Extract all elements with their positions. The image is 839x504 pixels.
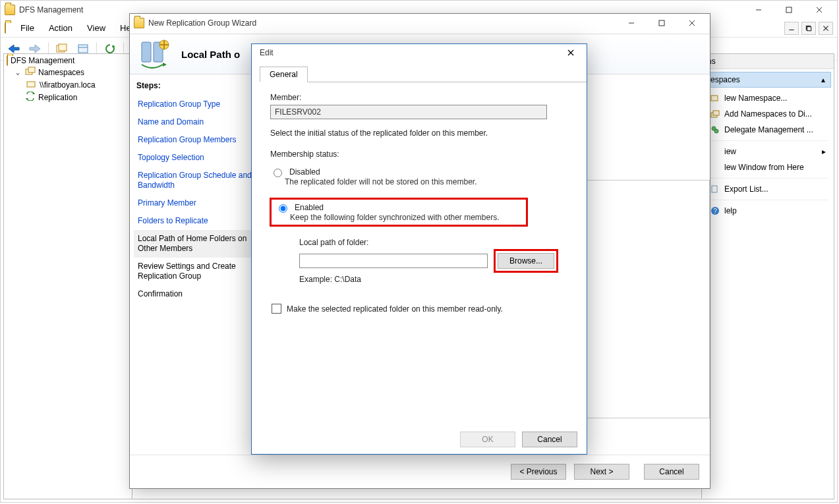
radio-disabled-block: Disabled The replicated folder will not … xyxy=(270,167,571,186)
wizard-header-icon xyxy=(138,38,172,70)
tree-namespaces[interactable]: ⌄ Namespaces xyxy=(5,66,130,78)
action-add-namespaces-label: Add Namespaces to Di... xyxy=(724,109,812,119)
action-view-label: iew xyxy=(724,147,736,156)
wizard-steps-list: Steps: Replication Group Type Name and D… xyxy=(130,74,261,453)
edit-close-button[interactable] xyxy=(558,43,584,62)
export-icon xyxy=(710,184,720,194)
step-topology-selection[interactable]: Topology Selection xyxy=(134,149,256,167)
actions-pane: ns espaces ▴ lew Namespace... Add Namesp… xyxy=(701,53,834,499)
replication-icon xyxy=(25,92,36,103)
action-new-window-label: lew Window from Here xyxy=(724,163,804,172)
tree-root-label: DFS Management xyxy=(11,56,74,65)
radio-enabled[interactable] xyxy=(279,204,287,213)
menu-action[interactable]: Action xyxy=(42,20,79,36)
wizard-footer: < Previous Next > Cancel xyxy=(130,455,710,488)
readonly-checkbox[interactable] xyxy=(272,304,281,314)
edit-dialog: Edit General Member: Select the initial … xyxy=(251,43,587,455)
action-help[interactable]: ? lelp xyxy=(702,203,834,219)
radio-enabled-block: Enabled Keep the following folder synchr… xyxy=(270,198,527,226)
action-delegate[interactable]: Delegate Management ... xyxy=(702,122,834,138)
step-primary-member[interactable]: Primary Member xyxy=(134,194,256,212)
local-path-label: Local path of folder: xyxy=(299,238,571,247)
wizard-title: New Replication Group Wizard xyxy=(148,18,256,28)
wizard-close-button[interactable] xyxy=(677,14,707,32)
svg-marker-10 xyxy=(30,45,40,53)
instruction-text: Select the initial status of the replica… xyxy=(270,128,571,138)
actions-pane-header: ns xyxy=(702,54,834,69)
edit-titlebar[interactable]: Edit xyxy=(252,44,587,61)
svg-rect-6 xyxy=(807,26,811,30)
browse-button[interactable]: Browse... xyxy=(498,253,554,269)
action-view[interactable]: iew ▸ xyxy=(702,144,834,159)
cancel-button[interactable]: Cancel xyxy=(644,464,699,480)
edit-cancel-button[interactable]: Cancel xyxy=(522,432,577,447)
close-button[interactable] xyxy=(804,1,834,19)
tree-namespace-item[interactable]: \\firatboyan.loca xyxy=(5,78,130,91)
step-schedule-bandwidth[interactable]: Replication Group Schedule and Bandwidth xyxy=(134,167,256,194)
previous-button[interactable]: < Previous xyxy=(511,464,566,480)
tab-general[interactable]: General xyxy=(260,67,308,82)
folder-icon xyxy=(5,5,15,15)
folder-icon xyxy=(7,56,8,65)
readonly-checkbox-row[interactable]: Make the selected replicated folder on t… xyxy=(272,304,571,314)
membership-status-label: Membership status: xyxy=(270,150,571,159)
svg-rect-25 xyxy=(713,111,719,115)
dialog-tabs: General xyxy=(260,67,587,82)
example-text: Example: C:\Data xyxy=(299,275,571,284)
svg-rect-20 xyxy=(27,82,35,87)
menu-view[interactable]: View xyxy=(80,20,112,36)
next-button[interactable]: Next > xyxy=(574,464,629,480)
tree-replication[interactable]: Replication xyxy=(5,91,130,103)
svg-text:?: ? xyxy=(713,208,717,215)
step-replication-group-type[interactable]: Replication Group Type xyxy=(134,96,256,113)
folder-icon xyxy=(5,23,6,33)
mdi-close-button[interactable] xyxy=(819,22,833,35)
local-path-input[interactable] xyxy=(299,254,488,268)
step-review-settings[interactable]: Review Settings and Create Replication G… xyxy=(134,258,256,285)
radio-disabled[interactable] xyxy=(274,169,282,177)
svg-marker-15 xyxy=(112,45,115,47)
radio-disabled-desc: The replicated folder will not be stored… xyxy=(285,177,571,186)
action-new-namespace[interactable]: lew Namespace... xyxy=(702,90,834,106)
chevron-right-icon: ▸ xyxy=(822,147,826,156)
svg-rect-1 xyxy=(786,7,792,13)
step-folders-to-replicate[interactable]: Folders to Replicate xyxy=(134,212,256,230)
mdi-restore-button[interactable] xyxy=(801,22,816,35)
wizard-minimize-button[interactable] xyxy=(616,14,647,32)
svg-rect-32 xyxy=(659,20,664,26)
mdi-minimize-button[interactable] xyxy=(784,22,799,35)
minimize-button[interactable] xyxy=(743,1,774,19)
namespaces-icon xyxy=(25,67,36,78)
maximize-button[interactable] xyxy=(774,1,804,19)
navigation-tree[interactable]: DFS Management ⌄ Namespaces \\firatboyan… xyxy=(3,53,132,499)
new-namespace-icon xyxy=(710,93,720,103)
svg-rect-13 xyxy=(78,45,88,53)
action-export-list[interactable]: Export List... xyxy=(702,181,834,197)
wizard-maximize-button[interactable] xyxy=(647,14,677,32)
main-title: DFS Management xyxy=(19,5,83,14)
radio-enabled-label: Enabled xyxy=(295,203,324,212)
expand-icon[interactable]: ⌄ xyxy=(14,68,22,77)
step-confirmation[interactable]: Confirmation xyxy=(134,285,256,303)
ok-button[interactable]: OK xyxy=(460,432,515,447)
svg-point-27 xyxy=(714,129,718,133)
wizard-titlebar[interactable]: New Replication Group Wizard xyxy=(130,14,710,32)
menu-file[interactable]: File xyxy=(14,20,41,36)
action-new-window[interactable]: lew Window from Here xyxy=(702,159,834,175)
step-group-members[interactable]: Replication Group Members xyxy=(134,131,256,149)
steps-heading: Steps: xyxy=(136,81,254,90)
actions-section-label: espaces xyxy=(710,75,740,84)
collapse-icon[interactable]: ▴ xyxy=(821,75,825,84)
member-label: Member: xyxy=(270,93,571,102)
view-icon xyxy=(710,146,720,157)
action-help-label: lelp xyxy=(724,206,737,215)
help-icon: ? xyxy=(710,206,720,216)
new-window-icon xyxy=(710,162,720,173)
tree-root[interactable]: DFS Management xyxy=(5,55,130,66)
actions-section-header[interactable]: espaces ▴ xyxy=(705,72,831,88)
step-local-path[interactable]: Local Path of Home Folders on Other Memb… xyxy=(134,230,256,258)
action-add-namespaces[interactable]: Add Namespaces to Di... xyxy=(702,106,834,122)
mdi-controls xyxy=(782,22,833,35)
radio-enabled-desc: Keep the following folder synchronized w… xyxy=(290,213,522,222)
step-name-and-domain[interactable]: Name and Domain xyxy=(134,113,256,131)
